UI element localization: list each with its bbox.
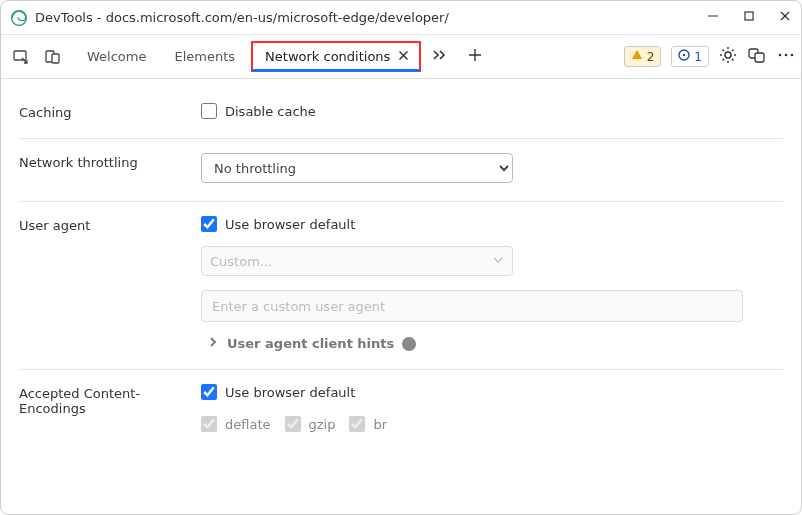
network-conditions-panel: Caching Disable cache Network throttling…	[1, 79, 801, 514]
tab-welcome[interactable]: Welcome	[75, 41, 158, 72]
enc-gzip-line: gzip	[285, 416, 336, 432]
disable-cache-label: Disable cache	[225, 104, 316, 119]
row-encodings: Accepted Content-Encodings Use browser d…	[19, 370, 783, 450]
enc-use-default-checkbox[interactable]	[201, 384, 217, 400]
enc-deflate-checkbox	[201, 416, 217, 432]
tab-network-conditions[interactable]: Network conditions	[251, 41, 421, 72]
chevron-right-icon	[207, 336, 219, 351]
enc-gzip-label: gzip	[309, 417, 336, 432]
svg-line-20	[723, 59, 725, 61]
enc-br-label: br	[373, 417, 387, 432]
svg-rect-2	[745, 12, 753, 20]
ua-use-default-checkbox[interactable]	[201, 216, 217, 232]
throttling-select[interactable]: No throttling	[201, 153, 513, 183]
enc-options: deflate gzip br	[201, 416, 783, 432]
svg-point-25	[785, 54, 788, 57]
label-user-agent: User agent	[19, 216, 201, 233]
warnings-badge[interactable]: 2	[624, 46, 662, 67]
svg-point-26	[791, 54, 794, 57]
ua-client-hints-label: User agent client hints	[227, 336, 394, 351]
enc-br-checkbox	[349, 416, 365, 432]
row-user-agent: User agent Use browser default Custom...…	[19, 202, 783, 370]
label-throttling: Network throttling	[19, 153, 201, 170]
disable-cache-line[interactable]: Disable cache	[201, 103, 783, 119]
title-bar: DevTools - docs.microsoft.com/en-us/micr…	[1, 1, 801, 35]
window-title: DevTools - docs.microsoft.com/en-us/micr…	[35, 10, 707, 25]
minimize-button[interactable]	[707, 10, 719, 25]
warnings-count: 2	[647, 50, 655, 64]
label-encodings: Accepted Content-Encodings	[19, 384, 201, 416]
more-options-icon[interactable]	[777, 46, 795, 67]
more-tabs-icon[interactable]	[425, 40, 455, 73]
row-throttling: Network throttling No throttling	[19, 139, 783, 202]
ua-use-default-label: Use browser default	[225, 217, 355, 232]
ua-client-hints-toggle[interactable]: User agent client hints	[201, 336, 783, 351]
svg-line-21	[732, 50, 734, 52]
settings-icon[interactable]	[719, 46, 737, 67]
enc-use-default-label: Use browser default	[225, 385, 355, 400]
info-badge[interactable]: 1	[671, 46, 709, 67]
new-tab-button[interactable]	[459, 42, 491, 71]
device-toggle-icon[interactable]	[39, 48, 67, 66]
info-count: 1	[694, 50, 702, 64]
enc-deflate-label: deflate	[225, 417, 271, 432]
dock-side-icon[interactable]	[747, 46, 767, 67]
svg-rect-7	[52, 54, 59, 63]
tab-elements[interactable]: Elements	[162, 41, 247, 72]
ua-custom-input	[201, 290, 743, 322]
svg-line-18	[723, 50, 725, 52]
tab-label: Network conditions	[265, 49, 390, 64]
tab-close-icon[interactable]	[398, 49, 409, 64]
svg-point-24	[779, 54, 782, 57]
inspect-icon[interactable]	[7, 48, 35, 66]
disable-cache-checkbox[interactable]	[201, 103, 217, 119]
info-circle-icon	[402, 337, 416, 351]
tab-strip: Welcome Elements Network conditions	[75, 40, 491, 73]
toolbar: Welcome Elements Network conditions 2 1	[1, 35, 801, 79]
info-icon	[678, 49, 690, 64]
maximize-button[interactable]	[743, 10, 755, 25]
svg-line-19	[732, 59, 734, 61]
enc-deflate-line: deflate	[201, 416, 271, 432]
svg-point-13	[725, 52, 731, 58]
enc-gzip-checkbox	[285, 416, 301, 432]
close-button[interactable]	[779, 10, 791, 25]
label-caching: Caching	[19, 103, 201, 120]
warning-icon	[631, 49, 643, 64]
row-caching: Caching Disable cache	[19, 89, 783, 139]
enc-use-default-line[interactable]: Use browser default	[201, 384, 783, 400]
svg-point-12	[683, 54, 685, 56]
chevron-down-icon	[492, 254, 504, 269]
ua-use-default-line[interactable]: Use browser default	[201, 216, 783, 232]
enc-br-line: br	[349, 416, 387, 432]
svg-rect-23	[755, 53, 764, 62]
svg-rect-5	[14, 51, 26, 60]
ua-preset-dropdown: Custom...	[201, 246, 513, 276]
edge-icon	[11, 10, 27, 26]
ua-preset-placeholder: Custom...	[210, 254, 272, 269]
